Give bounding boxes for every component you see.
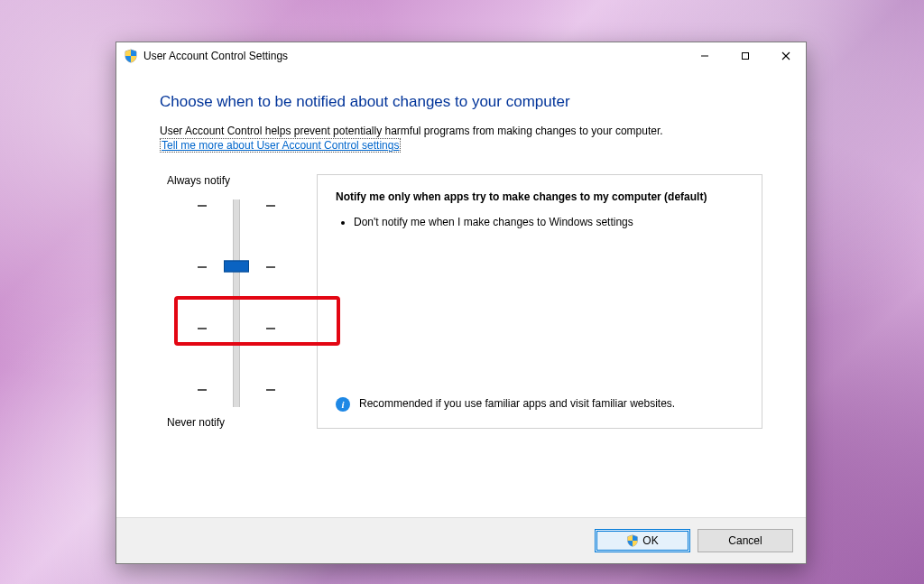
description-panel: Notify me only when apps try to make cha…: [317, 174, 762, 429]
description-title: Notify me only when apps try to make cha…: [336, 190, 744, 205]
svg-rect-1: [742, 53, 748, 60]
ok-button-label: OK: [642, 534, 658, 547]
titlebar[interactable]: User Account Control Settings: [116, 42, 806, 70]
desktop-background: User Account Control Settings Choose whe…: [0, 0, 924, 584]
slider-column: Always notify Never notify: [160, 174, 313, 429]
ok-button[interactable]: OK: [595, 529, 690, 552]
slider-track: [233, 199, 240, 407]
page-heading: Choose when to be notified about changes…: [160, 93, 762, 111]
shield-icon: [626, 534, 639, 547]
cancel-button[interactable]: Cancel: [698, 529, 793, 552]
help-link[interactable]: Tell me more about User Account Control …: [160, 138, 401, 153]
uac-settings-window: User Account Control Settings Choose whe…: [116, 42, 807, 564]
description-bullet: Don't notify me when I make changes to W…: [354, 214, 744, 230]
close-button[interactable]: [765, 42, 806, 70]
recommendation-text: Recommended if you use familiar apps and…: [359, 396, 675, 412]
recommendation-row: i Recommended if you use familiar apps a…: [336, 396, 744, 412]
minimize-button[interactable]: [684, 42, 725, 70]
intro-text: User Account Control helps prevent poten…: [160, 125, 663, 137]
shield-icon: [124, 49, 138, 63]
slider-top-label: Always notify: [167, 174, 313, 187]
slider-thumb[interactable]: [224, 261, 249, 273]
content-area: Choose when to be notified about changes…: [116, 70, 806, 517]
footer: OK Cancel: [116, 517, 806, 563]
notify-slider[interactable]: [160, 199, 313, 407]
intro-paragraph: User Account Control helps prevent poten…: [160, 124, 762, 153]
description-list: Don't notify me when I make changes to W…: [339, 214, 744, 230]
info-icon: i: [336, 397, 350, 412]
cancel-button-label: Cancel: [728, 534, 762, 547]
maximize-button[interactable]: [725, 42, 765, 70]
slider-bottom-label: Never notify: [167, 416, 313, 429]
window-title: User Account Control Settings: [143, 50, 288, 62]
window-controls: [684, 42, 806, 70]
